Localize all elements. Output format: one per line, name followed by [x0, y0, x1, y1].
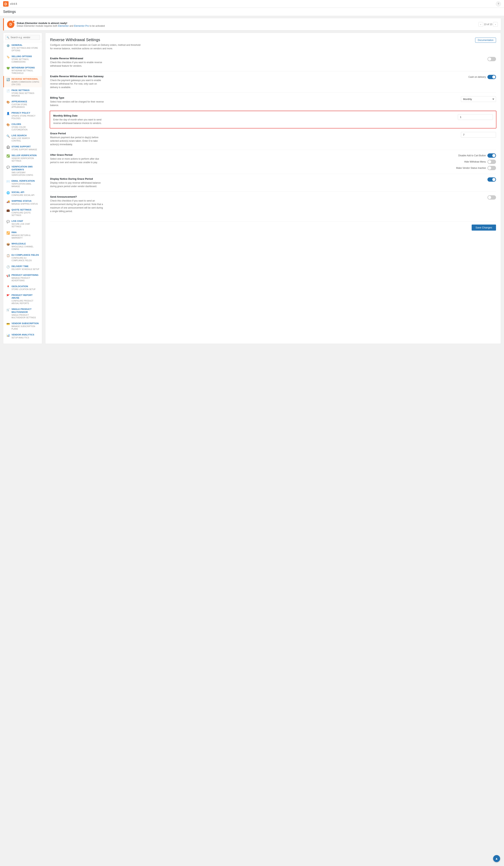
nav-icon-shipping-status: 🚚 — [6, 200, 10, 203]
sidebar-item-delivery-time[interactable]: 🕐 DELIVERY TIME DELIVERY SCHEDULE SETUP — [3, 263, 42, 272]
page-title: Settings — [3, 10, 501, 14]
settings-label-col-grace-period: Grace Period Maximum payment due period … — [50, 132, 109, 146]
nav-icon-vendor-subscription: 💳 — [6, 322, 10, 326]
sidebar-item-live-chat[interactable]: 💬 LIVE CHAT SECURE LIVE CHAT SETTINGS — [3, 218, 42, 230]
settings-label-grace-period: Grace Period — [50, 132, 105, 135]
number-input-monthly-billing-date[interactable] — [458, 114, 493, 120]
content-area: Reverse Withdrawal Settings Configure co… — [45, 33, 501, 344]
settings-label-monthly-billing-date: Monthly Billing Date — [53, 114, 108, 117]
toggle-enable-gateway[interactable] — [488, 75, 496, 79]
nav-text-email-verification: EMAIL VERIFICATION VERIFICATION EMAIL MA… — [11, 179, 40, 188]
nav-text-page-settings: PAGE SETTINGS STORE PAGE SETTINGS MANAGE — [11, 89, 40, 97]
settings-control-col-send-announcement — [109, 195, 496, 200]
notif-page-count: 13 of 13 — [484, 23, 492, 26]
sidebar-item-vendor-analytics[interactable]: 📊 VENDOR ANALYTICS SETUP ANALYTICS — [3, 332, 42, 341]
sidebar: ⚙️ GENERAL SITE SETTINGS AND STORE OPTIO… — [3, 33, 42, 344]
toggle-hide-withdraw-menu[interactable] — [488, 160, 496, 164]
help-button[interactable]: ? — [496, 1, 501, 7]
sidebar-item-shipping-status[interactable]: 🚚 SHIPPING STATUS MANAGE SHIPPING STATUS — [3, 198, 42, 207]
nav-title-appearance: APPEARANCE — [11, 100, 40, 103]
sidebar-item-privacy-policy[interactable]: 👤 PRIVACY POLICY UPDATE STORE PRIVACY PO… — [3, 110, 42, 121]
nav-sub-social-api: CONFIGURE SOCIAL API — [11, 194, 34, 197]
nav-icon-social-api: 🌐 — [6, 191, 10, 195]
search-input[interactable] — [5, 35, 40, 40]
notif-pagination: ‹ 13 of 13 › — [479, 22, 498, 27]
notif-next-button[interactable]: › — [493, 22, 498, 27]
elementor-pro-link[interactable]: Elementor Pro — [74, 24, 89, 27]
sidebar-item-live-search[interactable]: 🔍 LIVE SEARCH AJAX LIVE SEARCH CONTROL — [3, 133, 42, 144]
nav-sub-eu-compliance: CONFIGURE EU COMPLIANCE FIELDS — [11, 257, 40, 262]
nav-title-delivery-time: DELIVERY TIME — [11, 265, 39, 268]
number-input-grace-period[interactable] — [461, 132, 496, 137]
sidebar-item-appearance[interactable]: 🎨 APPEARANCE CUSTOM STORE APPEARANCE — [3, 99, 42, 110]
sidebar-item-colors[interactable]: 🎨 COLORS STORE COLOR CUSTOMIZATION — [3, 121, 42, 133]
settings-row-enable-reverse-withdrawal: Enable Reverse Withdrawal Check this che… — [50, 53, 496, 71]
documentation-button[interactable]: Documentation — [475, 37, 496, 43]
nav-sub-privacy-policy: UPDATE STORE PRIVACY POLICIES — [11, 115, 40, 120]
settings-control-col-enable-gateway: Cash on delivery — [109, 75, 496, 79]
nav-icon-appearance: 🎨 — [6, 100, 10, 104]
nav-text-rma: RMA MANAGE RETURN & WARRANTY — [11, 231, 40, 239]
toggle-enable-reverse-withdrawal[interactable] — [488, 57, 496, 61]
sidebar-item-product-advertising[interactable]: 📢 PRODUCT ADVERTISING MANAGE PRODUCT ADV… — [3, 272, 42, 284]
sidebar-item-vendor-subscription[interactable]: 💳 VENDOR SUBSCRIPTION MANAGE SUBSCRIPTIO… — [3, 320, 42, 332]
save-changes-button[interactable]: Save Changes — [472, 224, 496, 231]
elementor-link[interactable]: Elementor — [58, 24, 69, 27]
svg-text:D: D — [4, 2, 7, 6]
grace-toggle-row-disable-add-to-cart-button: Disable Add to Cart Button — [458, 153, 496, 158]
toggle-send-announcement[interactable] — [488, 195, 496, 200]
nav-icon-rma: 🔁 — [6, 231, 10, 235]
content-header: Reverse Withdrawal Settings Configure co… — [50, 37, 496, 50]
nav-icon-store-support: 🎧 — [6, 145, 10, 149]
nav-icon-vendor-analytics: 📊 — [6, 333, 10, 337]
sidebar-item-reverse-withdrawal[interactable]: 🔄 REVERSE WITHDRAWAL ADMIN COMMISSION CO… — [3, 76, 42, 87]
save-btn-row: Save Changes — [50, 221, 496, 231]
toggle-disable-add-to-cart-button[interactable] — [488, 153, 496, 158]
grace-toggle-label-disable-add-to-cart-button: Disable Add to Cart Button — [458, 154, 486, 157]
toggle-make-vendor-status-inactive[interactable] — [488, 166, 496, 170]
sidebar-item-store-support[interactable]: 🎧 STORE SUPPORT STORE SUPPORT MANAGE — [3, 144, 42, 153]
sidebar-item-selling-options[interactable]: 🏷️ SELLING OPTIONS STORE SETTINGS, COMMI… — [3, 53, 42, 65]
nav-title-reverse-withdrawal: REVERSE WITHDRAWAL — [11, 78, 40, 80]
sidebar-item-eu-compliance[interactable]: 📋 EU COMPLIANCE FIELDS CONFIGURE EU COMP… — [3, 252, 42, 263]
settings-row-send-announcement: Send Announcement? Check this checkbox i… — [50, 192, 496, 216]
nav-icon-privacy-policy: 👤 — [6, 112, 10, 115]
sidebar-item-verification-sms[interactable]: 💬 VERIFICATION SMS GATEWAYS SMS GATEWAY … — [3, 164, 42, 178]
nav-text-shipping-status: SHIPPING STATUS MANAGE SHIPPING STATUS — [11, 200, 38, 205]
nav-sub-reverse-withdrawal: ADMIN COMMISSION CONFIG (ON COD) — [11, 81, 40, 86]
toggle-display-notice[interactable] — [488, 177, 496, 182]
nav-title-live-chat: LIVE CHAT — [11, 220, 40, 223]
settings-help-enable-gateway: Check the payment gateways you want to e… — [50, 79, 105, 89]
notif-title: Dokan Elementor module is almost ready! — [17, 22, 105, 24]
nav-title-vendor-analytics: VENDOR ANALYTICS — [11, 333, 34, 336]
sidebar-item-product-report-abuse[interactable]: 🚩 PRODUCT REPORT ABUSE CONFIGURE PRODUCT… — [3, 292, 42, 307]
sidebar-item-geolocation[interactable]: 📍 GEOLOCATION STORE LOCATION SETUP — [3, 284, 42, 292]
sidebar-item-rma[interactable]: 🔁 RMA MANAGE RETURN & WARRANTY — [3, 230, 42, 241]
sidebar-item-general[interactable]: ⚙️ GENERAL SITE SETTINGS AND STORE OPTIO… — [3, 42, 42, 53]
notif-prev-button[interactable]: ‹ — [479, 22, 483, 27]
nav-text-reverse-withdrawal: REVERSE WITHDRAWAL ADMIN COMMISSION CONF… — [11, 78, 40, 86]
sidebar-item-withdraw-options[interactable]: 💚 WITHDRAW OPTIONS WITHDRAW SETTINGS, TH… — [3, 65, 42, 76]
nav-sub-product-report-abuse: CONFIGURE PRODUCT ABUSAL REPORTS — [11, 300, 40, 305]
sidebar-item-social-api[interactable]: 🌐 SOCIAL API CONFIGURE SOCIAL API — [3, 189, 42, 198]
settings-help-monthly-billing-date: Enter the day of month when you want to … — [53, 118, 108, 125]
logo-area: D v3.6.5 — [3, 1, 17, 7]
sidebar-item-single-product-multivendor[interactable]: 🛒 SINGLE PRODUCT MULTIVENDOR SINGLE PROD… — [3, 306, 42, 320]
sidebar-item-wholesale[interactable]: 📦 WHOLESALE WHOLESALE CHANNEL CONFIG — [3, 241, 42, 252]
sidebar-item-quote-settings[interactable]: 💼 QUOTE SETTINGS CONFIGURE QUOTE SETTING… — [3, 207, 42, 218]
nav-title-single-product-multivendor: SINGLE PRODUCT MULTIVENDOR — [11, 308, 40, 314]
nav-icon-product-advertising: 📢 — [6, 274, 10, 277]
sidebar-item-email-verification[interactable]: ✉️ EMAIL VERIFICATION VERIFICATION EMAIL… — [3, 178, 42, 189]
select-billing-type[interactable]: DailyWeeklyMonthly — [461, 96, 496, 102]
nav-text-wholesale: WHOLESALE WHOLESALE CHANNEL CONFIG — [11, 242, 40, 251]
sidebar-item-page-settings[interactable]: 📄 PAGE SETTINGS STORE PAGE SETTINGS MANA… — [3, 87, 42, 99]
nav-text-vendor-analytics: VENDOR ANALYTICS SETUP ANALYTICS — [11, 333, 34, 339]
sidebar-item-seller-verification[interactable]: ✅ SELLER VERIFICATION VENDOR VERIFICATIO… — [3, 153, 42, 164]
dokan-logo: D — [3, 1, 9, 7]
settings-row-display-notice: Display Notice During Grace Period Displ… — [50, 174, 496, 192]
nav-title-page-settings: PAGE SETTINGS — [11, 89, 40, 92]
settings-label-col-after-grace-period: After Grace Period Select one or more ac… — [50, 153, 109, 164]
settings-help-billing-type: Select how vendors will be charged for t… — [50, 100, 105, 107]
nav-sub-vendor-subscription: MANAGE SUBSCRIPTION PLANS — [11, 325, 40, 330]
nav-icon-single-product-multivendor: 🛒 — [6, 308, 10, 311]
